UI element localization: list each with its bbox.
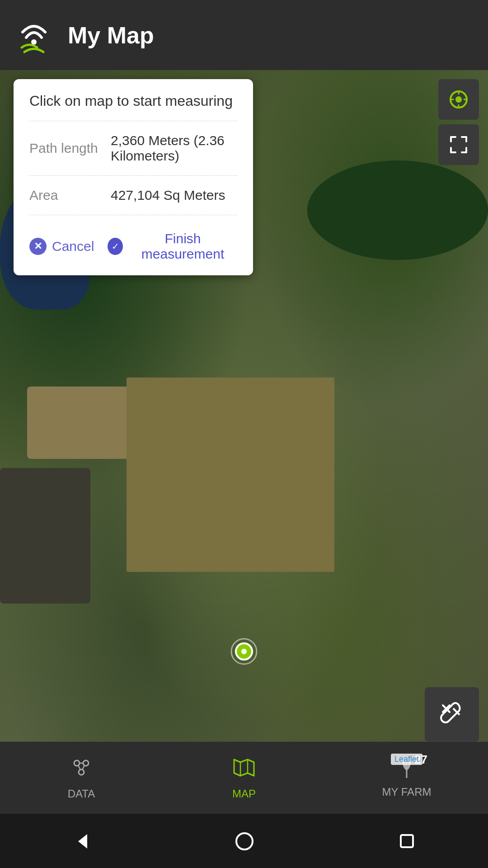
measure-actions: ✕ Cancel ✓ Finish measurement <box>29 226 237 262</box>
header: My Map <box>0 0 488 70</box>
map-controls <box>438 79 479 165</box>
area-row: Area 427,104 Sq Meters <box>29 184 237 207</box>
svg-marker-20 <box>234 760 254 776</box>
home-button[interactable] <box>232 829 257 854</box>
path-length-value: 2,360 Meters (2.36 Kilometers) <box>111 133 237 164</box>
cancel-label: Cancel <box>52 239 94 254</box>
urban-area <box>0 468 90 604</box>
svg-rect-26 <box>401 835 413 847</box>
measure-card: Click on map to start measuring Path len… <box>14 79 253 275</box>
svg-point-10 <box>241 649 247 654</box>
svg-point-16 <box>79 769 84 775</box>
green-area-top <box>307 160 488 260</box>
svg-line-19 <box>82 765 84 770</box>
system-navigation <box>0 814 488 868</box>
svg-point-3 <box>455 96 462 103</box>
map-area[interactable]: Click on map to start measuring Path len… <box>0 70 488 769</box>
data-icon <box>70 756 93 784</box>
fullscreen-button[interactable] <box>438 124 479 165</box>
svg-point-14 <box>74 760 80 766</box>
path-length-row: Path length 2,360 Meters (2.36 Kilometer… <box>29 129 237 167</box>
nav-map[interactable]: MAP <box>163 742 325 814</box>
nav-data[interactable]: DATA <box>0 742 163 814</box>
page-title: My Map <box>68 22 154 49</box>
finish-label: Finish measurement <box>128 231 237 262</box>
location-button[interactable] <box>438 79 479 120</box>
recents-button[interactable] <box>394 829 419 854</box>
svg-point-25 <box>236 833 253 849</box>
nav-myfarm[interactable]: 27 MY FARM <box>325 742 488 814</box>
data-tab-label: DATA <box>68 788 95 800</box>
main-field <box>127 377 334 572</box>
divider-2 <box>29 175 237 176</box>
myfarm-tab-label: MY FARM <box>382 786 432 798</box>
measure-instruction: Click on map to start measuring <box>29 93 237 109</box>
tools-button[interactable] <box>425 687 479 741</box>
app-logo <box>14 15 54 56</box>
leaflet-attribution: Leaflet <box>391 754 422 765</box>
finish-icon: ✓ <box>108 238 123 255</box>
bottom-navigation: DATA MAP 27 MY FARM <box>0 741 488 814</box>
map-icon <box>232 756 256 784</box>
cancel-button[interactable]: ✕ Cancel <box>29 238 94 255</box>
center-location-marker <box>228 636 260 669</box>
divider-1 <box>29 121 237 121</box>
map-tab-label: MAP <box>232 788 256 800</box>
divider-3 <box>29 215 237 215</box>
finish-measurement-button[interactable]: ✓ Finish measurement <box>108 231 237 262</box>
svg-line-18 <box>78 765 80 770</box>
svg-marker-24 <box>78 834 87 849</box>
back-button[interactable] <box>69 829 94 854</box>
path-length-label: Path length <box>29 141 102 156</box>
cancel-icon: ✕ <box>29 238 47 255</box>
area-value: 427,104 Sq Meters <box>111 188 225 203</box>
svg-point-15 <box>83 760 89 766</box>
area-label: Area <box>29 188 102 203</box>
